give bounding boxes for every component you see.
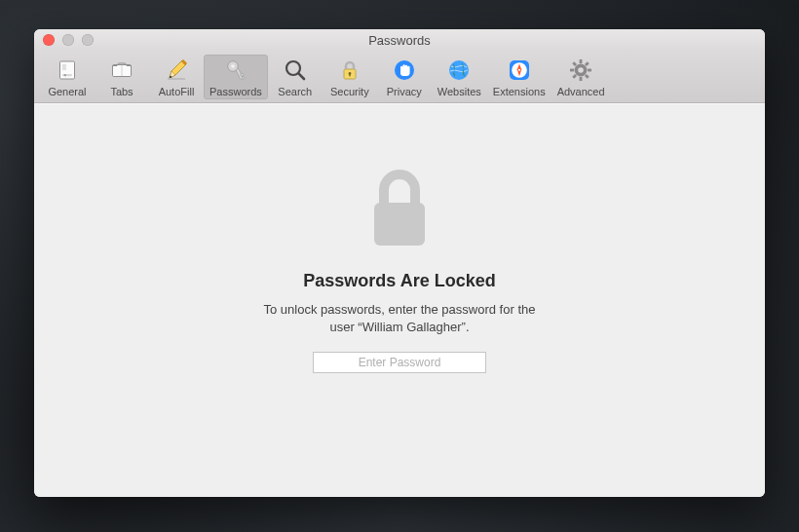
tab-websites[interactable]: Websites	[432, 55, 487, 99]
svg-rect-26	[580, 77, 583, 81]
locked-subtext-line2: user “William Gallagher”.	[329, 320, 469, 334]
tab-passwords[interactable]: Passwords	[204, 55, 268, 99]
key-icon	[222, 57, 249, 84]
content-pane: Passwords Are Locked To unlock passwords…	[34, 103, 765, 497]
tab-autofill[interactable]: AutoFill	[149, 55, 204, 99]
preferences-toolbar: General Tabs	[34, 51, 765, 103]
svg-rect-31	[572, 61, 577, 66]
tab-security[interactable]: Security	[323, 55, 377, 99]
tab-extensions[interactable]: Extensions	[487, 55, 552, 99]
search-icon	[282, 57, 309, 84]
locked-subtext-line1: To unlock passwords, enter the password …	[264, 302, 536, 317]
locked-headline: Passwords Are Locked	[303, 271, 495, 291]
lock-icon	[336, 57, 363, 84]
svg-rect-29	[585, 61, 590, 66]
tab-general[interactable]: General	[40, 55, 95, 99]
tab-advanced[interactable]: Advanced	[552, 55, 611, 99]
general-icon	[54, 57, 81, 84]
globe-icon	[445, 57, 473, 84]
tabs-icon	[108, 57, 135, 84]
tab-search-label: Search	[278, 86, 312, 97]
svg-point-9	[231, 64, 235, 68]
svg-rect-34	[374, 203, 425, 246]
desktop-background: Passwords General	[0, 0, 799, 532]
tab-general-label: General	[48, 86, 86, 97]
tab-autofill-label: AutoFill	[159, 86, 195, 97]
tab-extensions-label: Extensions	[493, 86, 546, 97]
svg-rect-1	[62, 64, 66, 70]
locked-subtext: To unlock passwords, enter the password …	[264, 301, 536, 336]
tab-websites-label: Websites	[438, 86, 481, 97]
window-title: Passwords	[368, 33, 431, 48]
svg-point-6	[170, 76, 171, 78]
svg-rect-28	[588, 69, 591, 72]
large-lock-icon	[364, 164, 435, 253]
tab-passwords-label: Passwords	[209, 86, 262, 97]
svg-rect-2	[62, 74, 72, 76]
tab-tabs[interactable]: Tabs	[95, 55, 149, 99]
tab-privacy-label: Privacy	[387, 86, 422, 97]
svg-point-23	[518, 69, 520, 71]
svg-rect-25	[580, 59, 583, 63]
autofill-pencil-icon	[163, 57, 190, 84]
close-window-button[interactable]	[43, 34, 55, 46]
tab-advanced-label: Advanced	[557, 86, 605, 97]
tab-security-label: Security	[330, 86, 369, 97]
password-input[interactable]	[313, 352, 486, 373]
svg-rect-17	[349, 74, 350, 76]
svg-point-3	[64, 74, 66, 76]
svg-rect-7	[168, 78, 185, 80]
tab-tabs-label: Tabs	[110, 86, 133, 97]
svg-rect-32	[585, 74, 590, 79]
minimize-window-button[interactable]	[62, 34, 74, 46]
svg-rect-0	[60, 61, 75, 79]
extensions-compass-icon	[506, 57, 533, 84]
hand-privacy-icon	[391, 57, 418, 84]
zoom-window-button[interactable]	[82, 34, 94, 46]
window-traffic-lights	[43, 34, 94, 46]
tab-privacy[interactable]: Privacy	[377, 55, 432, 99]
tab-search[interactable]: Search	[268, 55, 323, 99]
svg-rect-30	[572, 74, 577, 79]
svg-point-33	[578, 67, 584, 73]
gear-icon	[567, 57, 594, 84]
svg-line-14	[298, 73, 304, 79]
preferences-window: Passwords General	[34, 29, 765, 497]
svg-rect-27	[570, 69, 574, 72]
window-titlebar: Passwords	[34, 29, 765, 51]
